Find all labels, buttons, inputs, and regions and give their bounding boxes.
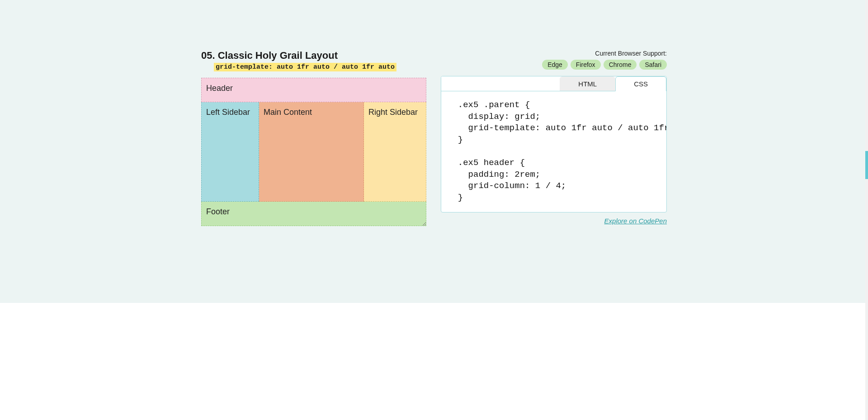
demo-main-content: Main Content bbox=[259, 102, 364, 202]
badge-chrome: Chrome bbox=[604, 60, 637, 70]
tab-css[interactable]: CSS bbox=[615, 76, 666, 91]
example-section: 05. Classic Holy Grail Layout grid-templ… bbox=[0, 0, 868, 303]
example-title: 05. Classic Holy Grail Layout bbox=[201, 50, 426, 61]
holy-grail-demo[interactable]: Header Left Sidebar Main Content Right S… bbox=[201, 78, 426, 226]
demo-right-sidebar: Right Sidebar bbox=[364, 102, 426, 202]
right-column: Current Browser Support: Edge Firefox Ch… bbox=[440, 50, 667, 225]
code-area[interactable]: .ex5 .parent { display: grid; grid-templ… bbox=[441, 91, 666, 212]
page-scrollbar[interactable] bbox=[865, 0, 868, 303]
demo-footer: Footer bbox=[201, 202, 426, 226]
browser-support-label: Current Browser Support: bbox=[595, 50, 667, 57]
code-panel: HTML CSS .ex5 .parent { display: grid; g… bbox=[441, 76, 667, 212]
tab-html[interactable]: HTML bbox=[560, 76, 615, 91]
example-snippet: grid-template: auto 1fr auto / auto 1fr … bbox=[214, 63, 396, 71]
browser-badges: Edge Firefox Chrome Safari bbox=[542, 60, 667, 70]
badge-edge: Edge bbox=[542, 60, 568, 70]
codepen-link[interactable]: Explore on CodePen bbox=[604, 217, 667, 225]
layout-container: 05. Classic Holy Grail Layout grid-templ… bbox=[201, 50, 667, 226]
left-column: 05. Classic Holy Grail Layout grid-templ… bbox=[201, 50, 426, 226]
badge-safari: Safari bbox=[639, 60, 667, 70]
code-tabs: HTML CSS bbox=[441, 76, 666, 91]
page-scrollbar-thumb[interactable] bbox=[865, 151, 868, 179]
demo-left-sidebar: Left Sidebar bbox=[201, 102, 259, 202]
badge-firefox: Firefox bbox=[571, 60, 601, 70]
demo-header: Header bbox=[201, 78, 426, 102]
